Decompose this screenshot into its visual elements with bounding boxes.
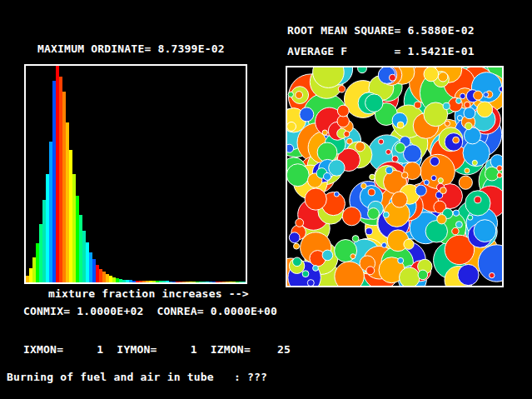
eddy-circle [346, 138, 352, 144]
eddy-circle [379, 139, 384, 144]
eddy-circle [455, 222, 462, 228]
eddy-circle [296, 92, 303, 99]
eddy-circle [459, 176, 472, 189]
eddy-circle [456, 98, 462, 104]
eddy-circle [465, 122, 473, 130]
eddy-circle [381, 242, 386, 247]
eddy-circle [430, 157, 440, 166]
eddy-circle [497, 166, 502, 172]
eddy-circle [397, 122, 404, 128]
eddy-circle [287, 122, 296, 131]
monitor-cell-readout: IXMON= 1 IYMON= 1 IZMON= 25 [23, 344, 291, 356]
eddy-circle [415, 102, 421, 108]
eddy-circle [352, 236, 359, 242]
eddy-circle [404, 145, 422, 163]
bubble-svg [287, 67, 502, 286]
eddy-circle [453, 210, 459, 216]
eddy-circle [443, 102, 450, 109]
eddy-circle [334, 192, 339, 197]
eddy-circle [464, 107, 475, 119]
eddy-circle [361, 183, 367, 189]
eddy-circle [287, 144, 294, 152]
case-title-status-line: Burning of fuel and air in tube : ??? [7, 372, 267, 383]
eddy-circle [477, 102, 493, 117]
eddy-circle [365, 94, 383, 112]
eddy-circle [400, 267, 420, 286]
eddy-circle [438, 178, 443, 183]
eddy-circle [465, 168, 470, 173]
eddy-circle [401, 172, 408, 179]
root-mean-square-readout: ROOT MEAN SQUARE= 6.5880E-02 [287, 25, 475, 37]
eddy-circle [404, 239, 414, 249]
eddy-circle [440, 187, 446, 194]
eddy-circle [288, 92, 293, 97]
eddy-circle [338, 86, 345, 92]
eddy-circle [322, 250, 333, 261]
eddy-circle [438, 72, 447, 82]
eddy-circle [322, 130, 327, 135]
eddy-circle [424, 67, 439, 82]
eddy-circle [351, 254, 355, 259]
eddy-circle [475, 197, 481, 203]
eddy-circle [452, 227, 459, 234]
eddy-circle [431, 176, 436, 181]
eddy-circle [344, 131, 350, 137]
eddy-circle [453, 137, 460, 143]
eddy-circle [398, 257, 404, 263]
eddy-circle [302, 271, 309, 277]
eddy-circle [313, 266, 319, 272]
maximum-ordinate-readout: MAXIMUM ORDINATE= 8.7399E-02 [37, 43, 225, 55]
eddy-circle [289, 232, 300, 243]
eddy-circle [368, 189, 375, 196]
eddy-circle [460, 93, 465, 99]
eddy-circle [457, 116, 462, 121]
average-f-readout: AVERAGE F = 1.5421E-01 [287, 46, 475, 57]
eddy-circle [329, 160, 345, 176]
eddy-field-panel [286, 66, 504, 287]
eddy-circle [305, 188, 326, 210]
eddy-circle [368, 208, 380, 220]
eddy-circle [300, 107, 314, 122]
eddy-circle [458, 264, 479, 285]
eddy-circle [424, 180, 429, 185]
eddy-circle [418, 270, 428, 280]
histogram-x-axis-caption: mixture fraction increases --> [48, 288, 249, 300]
eddy-circle [445, 121, 450, 126]
eddy-circle [465, 127, 481, 144]
eddy-circle [497, 172, 502, 177]
eddy-circle [415, 185, 426, 196]
eddy-circle [337, 105, 349, 117]
eddy-circle [324, 172, 331, 180]
eddy-circle [386, 149, 391, 154]
eddy-circle [365, 228, 372, 235]
histogram-bar [242, 282, 246, 282]
eddy-circle [385, 167, 393, 174]
eddy-circle [484, 92, 489, 97]
eddy-circle [465, 102, 470, 107]
eddy-circle [468, 215, 473, 220]
conmix-conrea-readout: CONMIX= 1.0000E+02 CONREA= 0.0000E+00 [23, 306, 277, 317]
eddy-circle [294, 243, 300, 249]
histogram-bars [26, 66, 246, 282]
histogram-panel [24, 64, 247, 284]
eddy-circle [366, 267, 375, 275]
eddy-circle [474, 91, 483, 100]
eddy-circle [391, 192, 407, 207]
eddy-circle [392, 156, 398, 162]
eddy-circle [355, 142, 365, 152]
eddy-circle [437, 215, 446, 224]
eddy-circle [389, 74, 395, 81]
eddy-circle [358, 67, 367, 73]
eddy-circle [383, 212, 389, 217]
eddy-circle [490, 272, 495, 277]
eddy-circle [395, 142, 405, 152]
eddy-circle [293, 257, 302, 267]
eddy-circle [499, 87, 502, 92]
eddy-circle [370, 174, 375, 180]
eddy-circle [307, 280, 314, 286]
eddy-circle [296, 219, 304, 227]
eddy-circle [342, 207, 360, 225]
eddy-circle [474, 220, 496, 242]
eddy-circle [287, 164, 309, 187]
eddy-circle [472, 160, 477, 165]
